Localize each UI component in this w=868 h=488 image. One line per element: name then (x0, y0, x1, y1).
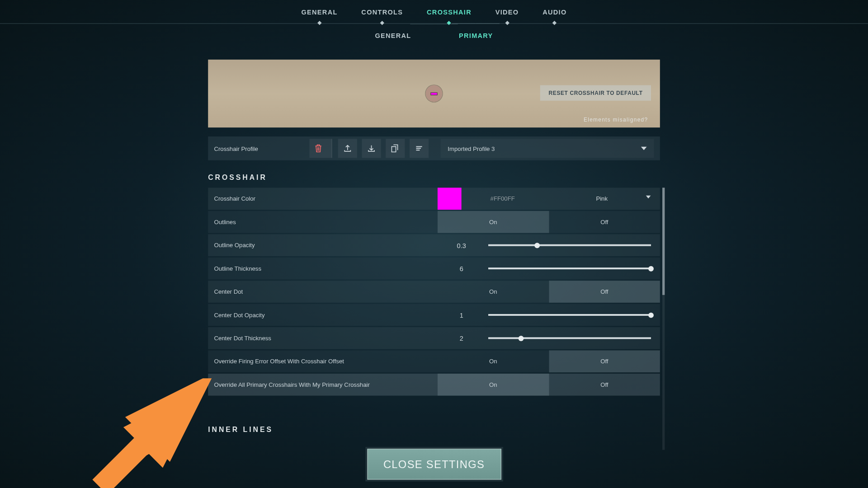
row-crosshair-color: Crosshair Color #FF00FF Pink (208, 188, 660, 210)
copy-icon (391, 144, 399, 152)
label-override-all: Override All Primary Crosshairs With My … (214, 381, 438, 388)
color-hex[interactable]: #FF00FF (462, 196, 544, 202)
svg-marker-1 (95, 385, 206, 483)
profile-icon-group (309, 139, 429, 158)
slider-outline-opacity[interactable] (488, 244, 651, 246)
profile-bar: Crosshair Profile Imported (208, 136, 660, 160)
export-profile-button[interactable] (338, 139, 357, 158)
slider-outline-thickness[interactable] (488, 267, 651, 269)
row-outline-thickness: Outline Thickness 6 (208, 258, 660, 280)
toggle-center-dot-off[interactable]: Off (549, 281, 660, 303)
label-override-firing: Override Firing Error Offset With Crossh… (214, 358, 438, 365)
chevron-down-icon (641, 146, 647, 150)
trash-icon (315, 144, 322, 152)
copy-profile-button[interactable] (386, 139, 405, 158)
toggle-override-firing: On Off (438, 350, 660, 372)
subnav-general[interactable]: GENERAL (375, 24, 411, 48)
close-settings-button[interactable]: CLOSE SETTINGS (367, 449, 501, 480)
profile-label: Crosshair Profile (214, 145, 309, 152)
value-outline-thickness: 6 (438, 265, 485, 272)
toggle-override-all-off[interactable]: Off (549, 374, 660, 396)
color-swatch[interactable] (438, 188, 462, 210)
row-outline-opacity: Outline Opacity 0.3 (208, 234, 660, 256)
sub-nav: GENERAL PRIMARY (0, 24, 868, 48)
row-override-firing: Override Firing Error Offset With Crossh… (208, 350, 660, 372)
label-crosshair-color: Crosshair Color (214, 196, 438, 202)
nav-controls[interactable]: CONTROLS (361, 1, 403, 22)
row-center-dot: Center Dot On Off (208, 281, 660, 303)
toggle-outlines-off[interactable]: Off (549, 211, 660, 233)
toggle-outlines: On Off (438, 211, 660, 233)
slider-center-dot-opacity[interactable] (488, 314, 651, 316)
crosshair-preview-box: RESET CROSSHAIR TO DEFAULT Elements misa… (208, 60, 660, 127)
section-crosshair-title: CROSSHAIR (208, 174, 660, 182)
upload-icon (344, 144, 352, 152)
color-name: Pink (596, 196, 608, 202)
slider-center-dot-thickness[interactable] (488, 337, 651, 339)
toggle-override-all: On Off (438, 374, 660, 396)
scrollbar[interactable] (662, 188, 665, 450)
annotation-arrow (86, 378, 217, 488)
label-center-dot: Center Dot (214, 288, 438, 295)
crosshair-preview-icon (426, 85, 443, 102)
value-center-dot-opacity: 1 (438, 311, 485, 319)
color-dropdown[interactable]: Pink (544, 196, 660, 202)
top-nav: GENERAL CONTROLS CROSSHAIR VIDEO AUDIO (0, 0, 868, 24)
toggle-override-firing-off[interactable]: Off (549, 350, 660, 372)
chevron-down-icon (646, 196, 651, 199)
profile-dropdown[interactable]: Imported Profile 3 (441, 139, 654, 158)
list-icon (415, 144, 423, 152)
nav-crosshair[interactable]: CROSSHAIR (427, 1, 472, 22)
download-icon (367, 144, 375, 152)
import-profile-button[interactable] (362, 139, 381, 158)
settings-panel: Crosshair Color #FF00FF Pink Outlines On… (208, 188, 660, 434)
toggle-center-dot: On Off (438, 281, 660, 303)
scrollbar-thumb[interactable] (662, 188, 665, 295)
section-inner-lines-title: INNER LINES (208, 426, 660, 434)
toggle-override-all-on[interactable]: On (438, 374, 549, 396)
row-override-all: Override All Primary Crosshairs With My … (208, 374, 660, 396)
nav-video[interactable]: VIDEO (495, 1, 519, 22)
label-outline-thickness: Outline Thickness (214, 265, 438, 272)
value-outline-opacity: 0.3 (438, 242, 485, 249)
row-center-dot-thickness: Center Dot Thickness 2 (208, 327, 660, 349)
label-center-dot-opacity: Center Dot Opacity (214, 312, 438, 319)
svg-marker-0 (92, 378, 214, 488)
toggle-outlines-on[interactable]: On (438, 211, 549, 233)
settings-content: RESET CROSSHAIR TO DEFAULT Elements misa… (208, 60, 660, 480)
subnav-primary[interactable]: PRIMARY (459, 24, 493, 48)
row-center-dot-opacity: Center Dot Opacity 1 (208, 304, 660, 326)
misaligned-hint[interactable]: Elements misaligned? (584, 117, 648, 122)
row-outlines: Outlines On Off (208, 211, 660, 233)
toggle-override-firing-on[interactable]: On (438, 350, 549, 372)
nav-general[interactable]: GENERAL (301, 1, 337, 22)
value-center-dot-thickness: 2 (438, 334, 485, 342)
profile-selected-label: Imported Profile 3 (448, 145, 495, 152)
label-outlines: Outlines (214, 219, 438, 225)
new-profile-button[interactable] (410, 139, 429, 158)
reset-crosshair-button[interactable]: RESET CROSSHAIR TO DEFAULT (540, 85, 651, 101)
nav-audio[interactable]: AUDIO (542, 1, 566, 22)
label-outline-opacity: Outline Opacity (214, 242, 438, 249)
toggle-center-dot-on[interactable]: On (438, 281, 549, 303)
delete-profile-button[interactable] (309, 139, 332, 158)
label-center-dot-thickness: Center Dot Thickness (214, 335, 438, 342)
